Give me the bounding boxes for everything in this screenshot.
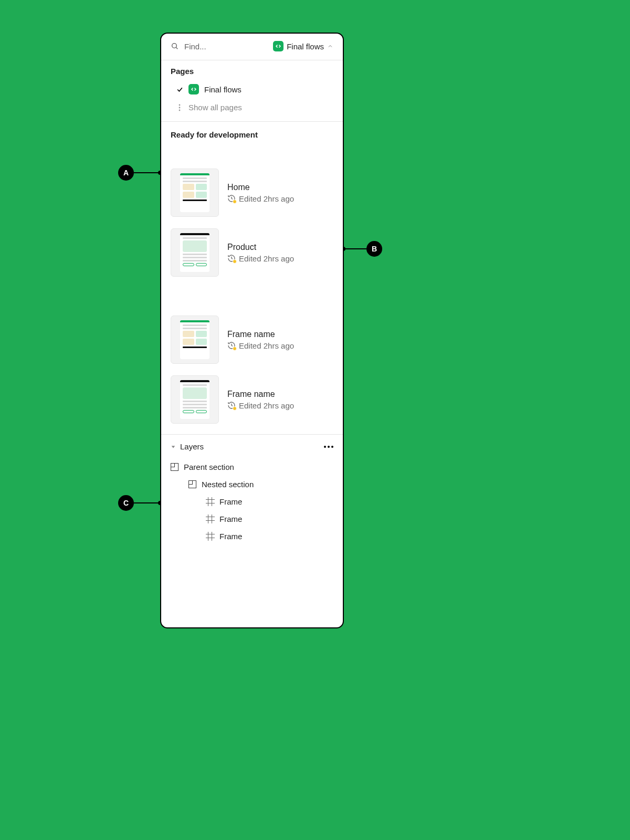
annotation-b-leader: [343, 248, 366, 249]
show-all-pages[interactable]: Show all pages: [161, 99, 343, 116]
frame-card[interactable]: Home Edited 2hrs ago: [171, 169, 333, 217]
frame-thumbnail: [171, 375, 219, 424]
svg-point-3: [179, 107, 181, 108]
frame-thumbnail: [171, 316, 219, 364]
layer-label: Parent section: [184, 463, 234, 471]
pages-heading: Pages: [161, 60, 343, 80]
svg-point-4: [179, 109, 181, 111]
layer-nested-section[interactable]: Nested section: [161, 476, 343, 493]
frame-card[interactable]: Product Edited 2hrs ago: [171, 228, 333, 277]
search-placeholder: Find...: [184, 42, 268, 51]
page-name: Final flows: [204, 85, 242, 94]
svg-marker-5: [172, 446, 175, 448]
page-row-current[interactable]: Final flows: [161, 80, 343, 99]
frame-name: Home: [227, 183, 294, 192]
edited-text: Edited 2hrs ago: [239, 401, 294, 410]
annotation-c: C: [118, 495, 134, 511]
search-icon: [171, 42, 179, 50]
dev-mode-icon: [273, 41, 284, 51]
chevron-up-icon: [327, 43, 333, 49]
history-icon: [227, 254, 236, 262]
history-icon: [227, 194, 236, 203]
svg-point-2: [179, 104, 181, 106]
kebab-vertical-icon: [176, 104, 183, 111]
section-icon: [171, 463, 178, 471]
annotation-a-leader: [134, 172, 160, 173]
frame-edited: Edited 2hrs ago: [227, 254, 294, 263]
edited-text: Edited 2hrs ago: [239, 341, 294, 350]
show-all-label: Show all pages: [188, 103, 242, 112]
annotation-a: A: [118, 165, 134, 181]
layer-frame[interactable]: Frame: [161, 528, 343, 545]
edited-text: Edited 2hrs ago: [239, 194, 294, 203]
layer-label: Frame: [219, 497, 242, 506]
page-selector[interactable]: Final flows: [273, 41, 333, 51]
layer-label: Frame: [219, 532, 242, 541]
svg-point-0: [172, 44, 177, 48]
check-icon: [176, 86, 183, 93]
layer-label: Nested section: [202, 480, 254, 489]
layer-frame[interactable]: Frame: [161, 510, 343, 528]
frame-icon: [206, 532, 214, 540]
frame-card[interactable]: Frame name Edited 2hrs ago: [171, 375, 333, 424]
annotation-b: B: [366, 241, 382, 257]
section-icon: [188, 480, 196, 488]
frame-name: Frame name: [227, 390, 294, 399]
top-bar: Find... Final flows: [161, 34, 343, 60]
history-icon: [227, 401, 236, 410]
page-selector-label: Final flows: [287, 42, 324, 51]
layers-title: Layers: [180, 442, 321, 451]
layer-parent-section[interactable]: Parent section: [161, 458, 343, 476]
frame-name: Product: [227, 243, 294, 252]
ready-section-title: Ready for development: [161, 122, 343, 142]
edited-text: Edited 2hrs ago: [239, 254, 294, 263]
svg-line-1: [176, 47, 177, 49]
history-icon: [227, 341, 236, 350]
dev-sidebar-panel: Find... Final flows Pages Final flows Sh…: [160, 33, 344, 628]
frame-thumbnail: [171, 228, 219, 277]
frame-edited: Edited 2hrs ago: [227, 341, 294, 350]
annotation-c-leader: [134, 502, 160, 503]
frame-icon: [206, 498, 214, 506]
ready-frames-list: Home Edited 2hrs ago Product: [161, 142, 343, 434]
layers-header[interactable]: Layers: [161, 435, 343, 458]
frame-thumbnail: [171, 169, 219, 217]
frame-name: Frame name: [227, 330, 294, 339]
frame-icon: [206, 515, 214, 523]
layer-frame[interactable]: Frame: [161, 493, 343, 510]
frame-card[interactable]: Frame name Edited 2hrs ago: [171, 316, 333, 364]
frame-edited: Edited 2hrs ago: [227, 194, 294, 203]
frame-edited: Edited 2hrs ago: [227, 401, 294, 410]
caret-down-icon: [171, 442, 177, 451]
layer-label: Frame: [219, 514, 242, 523]
dev-mode-icon: [188, 84, 199, 94]
search-field[interactable]: Find...: [171, 42, 268, 51]
more-icon[interactable]: [324, 446, 333, 448]
